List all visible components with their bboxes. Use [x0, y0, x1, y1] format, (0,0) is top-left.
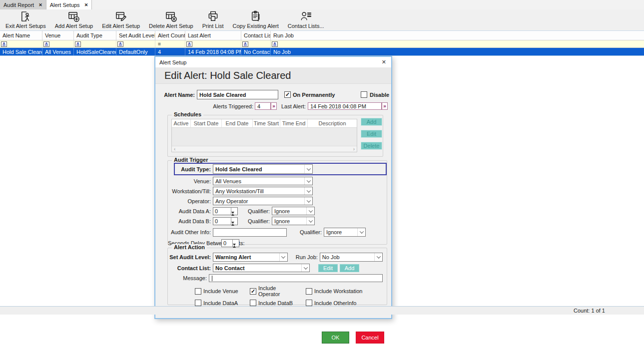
- run-job-select[interactable]: No Job: [320, 253, 383, 262]
- main-canvas: Alert Setup ✕ Edit Alert: Hold Sale Clea…: [0, 56, 644, 315]
- column-header-run-job[interactable]: Run Job: [271, 31, 644, 40]
- scroll-left-icon[interactable]: ‹: [174, 147, 175, 152]
- include-workstation-checkbox[interactable]: [306, 288, 312, 295]
- seconds-delay-stepper[interactable]: 0: [221, 239, 239, 247]
- audit-data-a-stepper[interactable]: 0: [213, 207, 238, 215]
- add-alert-setup-button[interactable]: Add Alert Setup: [50, 9, 97, 30]
- qualifier-other-label: Qualifier:: [292, 229, 322, 235]
- include-operator-checkbox[interactable]: ✓: [250, 288, 256, 295]
- column-header-alert-name[interactable]: Alert Name: [0, 31, 42, 40]
- filter-icon: A: [272, 41, 278, 47]
- workstation-select[interactable]: Any Workstation/Till: [213, 187, 313, 195]
- print-list-button[interactable]: Print List: [198, 9, 228, 30]
- schedules-table[interactable]: Active Start Date End Date Time Start Ti…: [171, 119, 357, 152]
- qualifier-b-select[interactable]: Ignore: [272, 217, 315, 225]
- schedules-hscrollbar[interactable]: ‹ ›: [172, 146, 357, 152]
- on-permanently-checkbox[interactable]: ✓: [284, 91, 291, 98]
- operator-label: Operator:: [168, 198, 211, 204]
- exit-alert-setups-button[interactable]: Exit Alert Setups: [1, 9, 50, 30]
- filter-cell[interactable]: A: [0, 40, 42, 47]
- workstation-label: Workstation/Till:: [168, 188, 211, 194]
- text-caret: [212, 276, 212, 281]
- table-row-selected[interactable]: Hold Sale Cleared All Venues HoldSaleCle…: [0, 48, 644, 55]
- include-workstation-label: Include Workstation: [314, 288, 362, 294]
- ok-button[interactable]: OK: [322, 332, 349, 344]
- schedule-delete-button[interactable]: Delete: [361, 142, 382, 150]
- include-dataa-checkbox[interactable]: [195, 300, 201, 306]
- tab-alert-setups[interactable]: Alert Setups ✕: [46, 0, 92, 9]
- edit-alert-setup-button[interactable]: Edit Alert Setup: [97, 9, 144, 30]
- column-header-set-audit-level[interactable]: Set Audit Level: [116, 31, 155, 40]
- close-icon[interactable]: ✕: [38, 2, 42, 7]
- filter-cell[interactable]: A: [271, 40, 644, 47]
- filter-icon: A: [117, 41, 123, 47]
- toolbar-label: Exit Alert Setups: [5, 23, 46, 29]
- column-header-audit-type[interactable]: Audit Type: [74, 31, 116, 40]
- filter-cell[interactable]: A: [116, 40, 155, 47]
- audit-data-b-stepper[interactable]: 0: [213, 217, 238, 225]
- include-datab-checkbox[interactable]: [250, 300, 256, 306]
- filter-cell[interactable]: A: [241, 40, 271, 47]
- contact-add-button[interactable]: Add: [340, 264, 359, 272]
- contact-list-select[interactable]: No Contact: [213, 264, 310, 272]
- filter-icon: A: [186, 41, 192, 47]
- set-audit-level-label: Set Audit Level:: [168, 254, 211, 260]
- filter-cell[interactable]: A: [185, 40, 241, 47]
- chevron-down-icon: [306, 217, 314, 225]
- operator-select[interactable]: Any Operator: [213, 197, 313, 205]
- include-venue-label: Include Venue: [203, 288, 243, 294]
- qualifier-a-select[interactable]: Ignore: [272, 207, 315, 215]
- schedules-col-description: Description: [308, 119, 357, 127]
- schedule-add-button[interactable]: Add: [361, 118, 382, 126]
- qualifier-other-select[interactable]: Ignore: [324, 228, 366, 237]
- dialog-titlebar[interactable]: Alert Setup ✕: [155, 57, 391, 67]
- filter-cell[interactable]: A: [42, 40, 74, 47]
- audit-type-select[interactable]: Hold Sale Cleared: [213, 164, 313, 174]
- dialog-header: Edit Alert: Hold Sale Cleared: [155, 67, 391, 84]
- qualifier-a-label: Qualifier:: [242, 208, 270, 214]
- column-header-venue[interactable]: Venue: [42, 31, 74, 40]
- schedule-edit-button[interactable]: Edit: [361, 130, 382, 138]
- scroll-right-icon[interactable]: ›: [353, 147, 355, 152]
- close-icon[interactable]: ✕: [84, 2, 88, 7]
- chevron-down-icon: [304, 187, 312, 195]
- include-venue-checkbox[interactable]: [195, 288, 201, 295]
- chevron-down-icon: [301, 264, 309, 272]
- filter-cell[interactable]: =: [155, 40, 185, 47]
- contact-lists-button[interactable]: Contact Lists...: [283, 9, 329, 30]
- column-header-last-alert[interactable]: Last Alert: [185, 31, 241, 40]
- on-permanently-label: On Permanently: [293, 92, 335, 98]
- cell-venue: All Venues: [42, 48, 74, 55]
- schedules-group: Schedules Active Start Date End Date Tim…: [167, 115, 383, 157]
- contact-edit-button[interactable]: Edit: [318, 264, 338, 272]
- message-input[interactable]: [209, 274, 383, 282]
- include-datab-label: Include DataB: [258, 300, 299, 306]
- filter-cell[interactable]: A: [74, 40, 116, 47]
- last-alert-more-button[interactable]: »: [382, 102, 388, 110]
- last-alert-label: Last Alert:: [281, 103, 306, 109]
- disable-checkbox[interactable]: [361, 91, 367, 98]
- filter-icon: A: [75, 41, 81, 47]
- chevron-down-icon: [374, 253, 382, 261]
- print-icon: [207, 10, 219, 23]
- toolbar-label: Delete Alert Setup: [149, 23, 193, 29]
- cancel-button[interactable]: Cancel: [356, 332, 384, 344]
- set-audit-level-select[interactable]: Warning Alert: [213, 253, 288, 262]
- delete-alert-setup-button[interactable]: Delete Alert Setup: [144, 9, 198, 30]
- disable-label: Disable: [370, 92, 389, 98]
- alerts-triggered-more-button[interactable]: »: [271, 102, 277, 110]
- column-header-contact-list[interactable]: Contact List: [241, 31, 271, 40]
- venue-select[interactable]: All Venues: [213, 177, 313, 185]
- audit-other-info-input[interactable]: [213, 228, 287, 237]
- cell-last-alert: 14 Feb 2018 04:08 PM: [185, 48, 241, 55]
- filter-icon: A: [1, 41, 7, 47]
- copy-existing-alert-button[interactable]: Copy Existing Alert: [228, 9, 283, 30]
- tab-label: Alert Setups: [50, 2, 80, 8]
- tab-audit-report[interactable]: Audit Report ✕: [0, 0, 46, 9]
- include-otherinfo-checkbox[interactable]: [306, 300, 312, 306]
- close-icon[interactable]: ✕: [381, 59, 387, 65]
- cell-audit-type: HoldSaleCleared: [74, 48, 116, 55]
- schedules-empty-body: [172, 128, 357, 146]
- column-header-alert-count[interactable]: Alert Count: [155, 31, 185, 40]
- alert-name-input[interactable]: Hold Sale Cleared: [197, 90, 278, 99]
